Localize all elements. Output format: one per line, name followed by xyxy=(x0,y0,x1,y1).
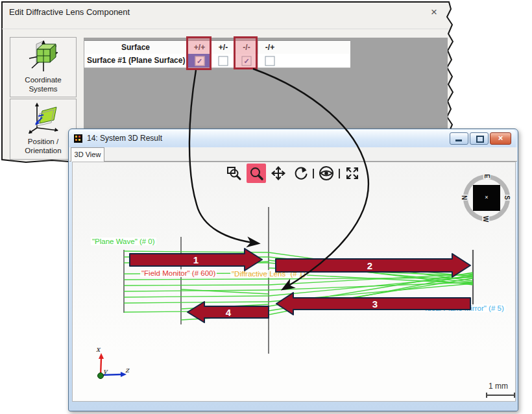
close-icon: × xyxy=(498,133,503,143)
highlight-box-pp xyxy=(186,36,212,70)
checkbox-cell-pm xyxy=(211,54,235,67)
toolbar-separator xyxy=(313,169,314,178)
sidebar-button-label: Position / Orientation xyxy=(10,137,76,155)
arrow-number-4: 4 xyxy=(226,307,231,318)
checkbox-mp[interactable] xyxy=(265,56,275,66)
toolbar-separator xyxy=(339,169,340,178)
dialog-divider xyxy=(2,29,448,29)
close-button[interactable]: × xyxy=(490,132,511,145)
rotate-icon[interactable] xyxy=(291,164,310,183)
surface-row-name: Surface #1 (Plane Surface) xyxy=(87,54,185,67)
arrow-number-3: 3 xyxy=(372,298,378,310)
zoom-icon[interactable] xyxy=(247,164,266,183)
pan-icon[interactable] xyxy=(269,164,288,183)
table-row[interactable]: Surface #1 (Plane Surface) ✓ ✓ xyxy=(84,54,350,68)
position-orientation-button[interactable]: Position / Orientation xyxy=(10,99,77,160)
restore-icon xyxy=(476,136,484,143)
restore-button[interactable] xyxy=(470,132,489,145)
arrow-number-2: 2 xyxy=(367,260,372,271)
arrow-number-1: 1 xyxy=(193,254,199,265)
window-title: 14: System 3D Result xyxy=(87,130,162,147)
table-header-row: Surface +/+ +/- -/- -/+ xyxy=(84,40,350,55)
app-icon xyxy=(74,134,82,143)
sidebar-button-label: Coordinate Systems xyxy=(10,75,76,93)
3d-view-canvas[interactable]: × E S W N xyxy=(72,162,516,402)
window-titlebar[interactable]: 14: System 3D Result × xyxy=(69,130,516,147)
beam-direction-arrows xyxy=(73,162,515,401)
coordinate-systems-icon xyxy=(27,39,60,73)
checkbox-pm[interactable] xyxy=(219,56,228,66)
position-orientation-icon xyxy=(27,101,60,134)
highlight-box-mm xyxy=(234,36,258,69)
tab-3d-view[interactable]: 3D View xyxy=(71,147,104,162)
fit-view-icon[interactable] xyxy=(343,164,362,183)
minimize-icon xyxy=(455,140,462,141)
zoom-region-icon[interactable] xyxy=(224,164,244,183)
dialog-title: Edit Diffractive Lens Component xyxy=(9,7,130,17)
mode-header-mp: -/+ xyxy=(258,41,282,54)
tab-strip: 3D View xyxy=(69,147,517,162)
view-toolbar xyxy=(224,164,362,183)
coordinate-systems-button[interactable]: Coordinate Systems xyxy=(10,37,77,97)
view-eye-icon[interactable] xyxy=(317,164,336,183)
surface-column-header: Surface xyxy=(84,41,187,54)
minimize-button[interactable] xyxy=(450,132,468,145)
mode-header-pm: +/- xyxy=(211,41,235,54)
checkbox-cell-mp xyxy=(258,54,282,67)
system-3d-result-window: 14: System 3D Result × 3D View xyxy=(68,128,518,411)
close-icon[interactable]: × xyxy=(431,6,437,19)
